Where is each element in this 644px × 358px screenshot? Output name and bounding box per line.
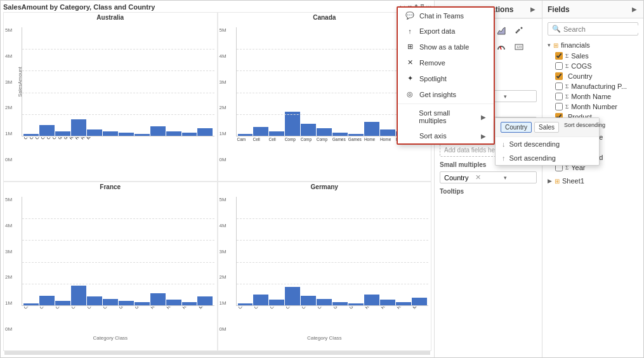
fields-header: Fields ▶ xyxy=(542,1,643,18)
field-entry-sales: Σ Sales xyxy=(542,51,643,61)
bar xyxy=(103,299,118,305)
bar xyxy=(166,131,181,136)
chart-panel-france: France 5M4M3M2M1M0M xyxy=(3,182,218,351)
context-menu-remove-label: Remove xyxy=(419,59,445,67)
bar xyxy=(197,128,213,136)
context-menu-export[interactable]: ↑ Export data xyxy=(398,23,494,39)
main-container: SalesAmount by Category, Class and Count… xyxy=(0,0,644,358)
bar xyxy=(285,287,300,305)
bar xyxy=(380,129,395,136)
y-axis-labels-germany: 5M4M3M2M1M0M xyxy=(220,197,227,332)
sort-submenu: Country Sales Sort descending ↓ Sort des… xyxy=(495,117,600,166)
sort-item-ascending[interactable]: ↑ Sort ascending xyxy=(496,151,599,165)
svg-point-10 xyxy=(517,30,519,32)
sheet1-group-label: Sheet1 xyxy=(562,177,584,185)
viz-icon-area-chart[interactable] xyxy=(493,23,509,38)
x-axis-label-france: Category Class xyxy=(4,335,217,341)
sort-btn-country[interactable]: Country xyxy=(501,122,532,133)
viz-icon-card[interactable]: 123 xyxy=(511,39,527,55)
sigma-icon-cogs: Σ xyxy=(565,63,568,69)
search-box[interactable]: 🔍 xyxy=(548,22,638,36)
field-checkbox-country[interactable] xyxy=(555,72,563,80)
bar xyxy=(285,112,300,136)
sort-btn-sales[interactable]: Sales xyxy=(534,122,559,133)
context-menu-sort-axis[interactable]: Sort axis ▶ xyxy=(398,128,494,143)
bar xyxy=(87,129,102,136)
sigma-icon-month-name: Σ xyxy=(565,93,568,100)
bar xyxy=(166,300,181,305)
horizontal-scrollbar[interactable] xyxy=(4,351,430,355)
small-multiples-dropdown[interactable]: Country ✕ ▾ xyxy=(440,171,537,183)
bar xyxy=(150,126,166,136)
sigma-icon-month-number: Σ xyxy=(565,103,568,110)
fields-title: Fields xyxy=(548,5,570,14)
sort-desc-icon: ↓ xyxy=(502,140,506,148)
field-label-month-name: Month Name xyxy=(571,93,611,100)
bar xyxy=(55,131,70,136)
bar xyxy=(332,133,348,136)
sheet1-group-header[interactable]: ▶ ⊞ Sheet1 xyxy=(542,175,643,187)
bar xyxy=(23,134,39,136)
table-icon: ⊞ xyxy=(553,42,558,49)
small-multiples-value: Country xyxy=(444,174,473,182)
context-menu-remove[interactable]: ✕ Remove xyxy=(398,55,494,70)
bar xyxy=(71,119,86,136)
context-menu-chat[interactable]: 💬 Chat in Teams xyxy=(398,8,494,23)
chevron-down-icon: ▾ xyxy=(548,42,551,48)
bar xyxy=(135,134,150,136)
export-icon: ↑ xyxy=(405,27,414,35)
context-menu-export-label: Export data xyxy=(419,27,455,35)
chart-panel-title-france: France xyxy=(4,182,217,192)
small-multiples-arrow[interactable]: ▾ xyxy=(504,175,532,181)
svg-text:123: 123 xyxy=(516,45,522,49)
context-menu-insights[interactable]: ◎ Get insights xyxy=(398,86,494,102)
field-checkbox-manufacturing[interactable] xyxy=(555,83,563,90)
search-input[interactable] xyxy=(563,25,643,33)
search-icon: 🔍 xyxy=(552,25,561,33)
field-checkbox-month-number[interactable] xyxy=(555,103,563,110)
field-checkbox-month-name[interactable] xyxy=(555,93,563,100)
field-label-sales: Sales xyxy=(571,52,589,60)
bar xyxy=(135,302,150,305)
fields-nav-right[interactable]: ▶ xyxy=(631,4,638,14)
charts-grid: Australia 5M4M3M2M1M0M xyxy=(3,12,431,351)
bar xyxy=(412,298,427,305)
bar xyxy=(301,124,316,136)
chart-panel-title-germany: Germany xyxy=(218,182,431,192)
context-menu-insights-label: Get insights xyxy=(419,91,456,98)
small-multiples-remove-btn[interactable]: ✕ xyxy=(475,173,504,182)
sigma-icon-sales: Σ xyxy=(565,53,568,59)
bar xyxy=(197,296,213,305)
bar xyxy=(71,286,86,305)
bar xyxy=(55,301,70,305)
bar xyxy=(119,301,134,305)
sort-item-descending[interactable]: ↓ Sort descending xyxy=(496,137,599,151)
chevron-right-icon: ▶ xyxy=(548,178,552,184)
financials-group-header[interactable]: ▾ ⊞ financials xyxy=(542,39,643,51)
sort-axis-arrow: ▶ xyxy=(481,133,486,140)
viz-icon-gauge[interactable] xyxy=(493,39,509,55)
bar xyxy=(238,134,253,136)
context-menu-table[interactable]: ⊞ Show as a table xyxy=(398,39,494,55)
y-axis-labels-canada: 5M4M3M2M1M0M xyxy=(220,27,227,162)
bar xyxy=(182,302,197,305)
context-menu-sort-multiples[interactable]: Sort small multiples ▶ xyxy=(398,105,494,128)
x-axis-label-germany: Category Class xyxy=(218,335,431,341)
bar xyxy=(269,131,284,136)
chart-area: SalesAmount by Category, Class and Count… xyxy=(1,1,434,357)
bar xyxy=(348,134,364,136)
sort-submenu-header: Country Sales Sort descending xyxy=(496,118,599,137)
field-checkbox-cogs[interactable] xyxy=(555,62,563,70)
bar xyxy=(317,128,332,136)
bar xyxy=(39,296,55,305)
chart-title-bar: SalesAmount by Category, Class and Count… xyxy=(3,3,431,11)
sheet1-table-icon: ⊞ xyxy=(555,178,560,185)
field-label-manufacturing: Manufacturing P... xyxy=(571,83,627,90)
field-checkbox-sales[interactable] xyxy=(555,52,563,60)
viz-icon-scatter[interactable] xyxy=(511,23,527,38)
bar xyxy=(238,303,253,305)
viz-nav-right[interactable]: ▶ xyxy=(529,4,537,14)
context-menu-spotlight[interactable]: ✦ Spotlight xyxy=(398,70,494,86)
x-axis-arrow[interactable]: ▾ xyxy=(504,93,532,100)
field-label-cogs: COGS xyxy=(571,62,591,70)
